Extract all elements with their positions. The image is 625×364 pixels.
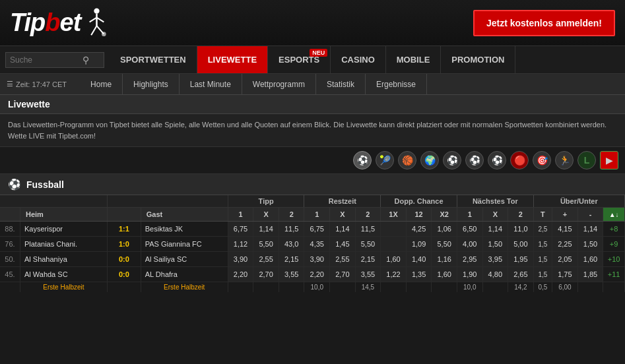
odd-t1[interactable]: 1,12	[228, 237, 253, 252]
nav-item-livewette[interactable]: LIVEWETTE	[197, 46, 268, 73]
odd-t2[interactable]: 43,0	[279, 237, 304, 252]
sub-odd-n2[interactable]: 14,2	[508, 282, 534, 293]
sport-icon-green[interactable]: ▶	[600, 151, 618, 169]
odd-rx[interactable]: 1,14	[330, 222, 356, 237]
odd-uplus[interactable]: 4,15	[552, 222, 578, 237]
odd-d12[interactable]: 4,25	[406, 222, 432, 237]
odd-d12[interactable]: 1,35	[406, 267, 432, 282]
nav-item-mobile[interactable]: MOBILE	[386, 46, 442, 73]
odd-t2[interactable]: 3,55	[279, 267, 304, 282]
odd-d1x[interactable]: 1,22	[381, 267, 407, 282]
odd-rx[interactable]: 2,55	[330, 252, 356, 267]
odd-d1x[interactable]: 1,60	[381, 252, 407, 267]
odd-dx2[interactable]: 1,16	[432, 252, 457, 267]
odd-uminus[interactable]: 1,14	[577, 222, 603, 237]
odd-t1[interactable]: 2,20	[228, 267, 253, 282]
sport-icon-red-ball[interactable]: 🔴	[510, 151, 529, 169]
odd-tx[interactable]: 2,70	[253, 267, 279, 282]
sport-icon-ball3[interactable]: ⚽	[488, 151, 506, 169]
odd-tx[interactable]: 1,14	[253, 222, 279, 237]
odd-n2[interactable]: 1,95	[508, 252, 534, 267]
odd-nx[interactable]: 1,14	[482, 222, 508, 237]
odd-d12[interactable]: 1,09	[406, 237, 432, 252]
odd-r2[interactable]: 2,15	[355, 252, 381, 267]
sub-odd-r1[interactable]: 10,0	[304, 282, 330, 293]
odd-rx[interactable]: 2,70	[330, 267, 356, 282]
col-group-tipp: Tipp	[228, 195, 304, 208]
odd-r1[interactable]: 4,35	[304, 237, 330, 252]
odd-uplus[interactable]: 1,75	[552, 267, 578, 282]
col-t2: 2	[279, 208, 304, 222]
nav-item-casino[interactable]: CASINO	[331, 46, 386, 73]
sub-nav-home[interactable]: Home	[80, 74, 123, 95]
odd-dx2[interactable]: 1,06	[432, 222, 457, 237]
odd-t1[interactable]: 6,75	[228, 222, 253, 237]
odd-ut[interactable]: 1,5	[533, 252, 552, 267]
odd-t2[interactable]: 2,15	[279, 252, 304, 267]
odd-n2[interactable]: 2,65	[508, 267, 534, 282]
odd-t1[interactable]: 3,90	[228, 252, 253, 267]
odd-n2[interactable]: 11,0	[508, 222, 534, 237]
sport-icon-ball2[interactable]: ⚽	[465, 151, 484, 169]
sport-icon-soccer[interactable]: ⚽	[353, 151, 372, 169]
sub-odd-uplus[interactable]: 6,00	[552, 282, 578, 293]
nav-item-sportwetten[interactable]: SPORTWETTEN	[110, 46, 197, 73]
sub-odd-r2[interactable]: 14,5	[355, 282, 381, 293]
odd-uplus[interactable]: 2,05	[552, 252, 578, 267]
odd-uminus[interactable]: 1,85	[577, 267, 603, 282]
sub-nav-lastminute[interactable]: Last Minute	[180, 74, 242, 95]
sub-nav-statistik[interactable]: Statistik	[316, 74, 366, 95]
sport-icon-ball1[interactable]: ⚽	[443, 151, 461, 169]
odd-t2[interactable]: 11,5	[279, 222, 304, 237]
sub-nav-wettprogramm[interactable]: Wettprogramm	[242, 74, 316, 95]
odd-r2[interactable]: 5,50	[355, 237, 381, 252]
sport-icon-tennis[interactable]: 🎾	[376, 151, 394, 169]
odd-uplus[interactable]: 2,25	[552, 237, 578, 252]
odd-d12[interactable]: 1,40	[406, 252, 432, 267]
odd-tx[interactable]: 5,50	[253, 237, 279, 252]
odd-n1[interactable]: 1,90	[457, 267, 482, 282]
odd-d1x[interactable]	[381, 237, 407, 252]
odd-r1[interactable]: 2,20	[304, 267, 330, 282]
home-team: Platanias Chani.	[20, 237, 107, 252]
sub-odd-n1[interactable]: 10,0	[457, 282, 482, 293]
sport-icon-target[interactable]: 🎯	[533, 151, 551, 169]
fussball-title: Fussball	[26, 179, 64, 190]
odd-r1[interactable]: 6,75	[304, 222, 330, 237]
odd-nx[interactable]: 4,80	[482, 267, 508, 282]
odd-r2[interactable]: 11,5	[355, 222, 381, 237]
sport-icon-basketball[interactable]: 🏀	[398, 151, 416, 169]
nav-item-esports[interactable]: ESPORTS Neu	[268, 46, 331, 73]
odd-n2[interactable]: 5,00	[508, 237, 534, 252]
odd-n1[interactable]: 6,50	[457, 222, 482, 237]
odd-rx[interactable]: 1,45	[330, 237, 356, 252]
odd-tx[interactable]: 2,55	[253, 252, 279, 267]
odd-ut[interactable]: 1,5	[533, 267, 552, 282]
sport-icon-globe[interactable]: 🌍	[420, 151, 439, 169]
odd-dx2[interactable]: 1,60	[432, 267, 457, 282]
odd-ut[interactable]: 2,5	[533, 222, 552, 237]
odd-n1[interactable]: 2,95	[457, 252, 482, 267]
odd-n1[interactable]: 4,00	[457, 237, 482, 252]
sub-odd-ut[interactable]: 0,5	[533, 282, 552, 293]
search-input[interactable]	[10, 55, 82, 65]
sub-nav-highlights[interactable]: Highlights	[123, 74, 180, 95]
sport-icon-figure[interactable]: 🏃	[555, 151, 574, 169]
odd-uminus[interactable]: 1,50	[577, 237, 603, 252]
odd-nx[interactable]: 3,95	[482, 252, 508, 267]
odd-d1x[interactable]	[381, 222, 407, 237]
sport-icon-L[interactable]: L	[577, 151, 596, 169]
away-team: PAS Giannina FC	[141, 237, 228, 252]
odd-ut[interactable]: 1,5	[533, 237, 552, 252]
col-plusval: ▲↓	[603, 208, 625, 222]
odd-r1[interactable]: 3,90	[304, 252, 330, 267]
odd-dx2[interactable]: 5,50	[432, 237, 457, 252]
odd-r2[interactable]: 3,55	[355, 267, 381, 282]
col-r1: 1	[304, 208, 330, 222]
odd-nx[interactable]: 1,50	[482, 237, 508, 252]
register-button[interactable]: Jetzt kostenlos anmelden!	[473, 10, 615, 36]
odd-uminus[interactable]: 1,60	[577, 252, 603, 267]
col-tx: X	[253, 208, 279, 222]
sub-nav-ergebnisse[interactable]: Ergebnisse	[366, 74, 427, 95]
nav-item-promotion[interactable]: PROMOTION	[441, 46, 515, 73]
